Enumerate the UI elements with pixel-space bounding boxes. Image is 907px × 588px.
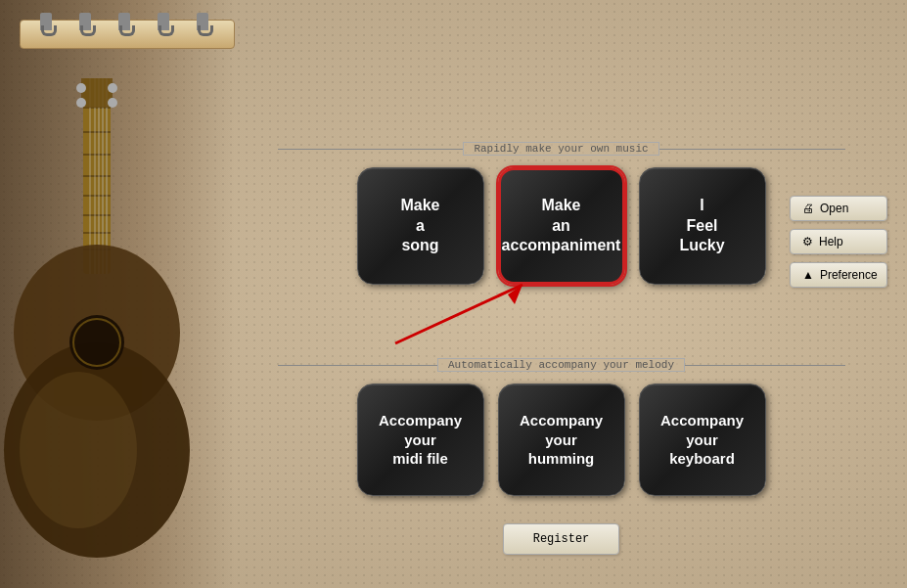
svg-point-19 [20,372,137,528]
sidebar-buttons: 🖨 Open ⚙ Help ▲ Preference [790,196,887,288]
bottom-divider-line-left [278,365,437,366]
hook-2 [79,13,91,30]
make-accompaniment-button[interactable]: Makeanaccompaniment [498,167,625,285]
svg-point-24 [108,83,117,93]
i-feel-lucky-label: IFeelLucky [679,196,724,256]
bottom-divider-line-right [685,365,844,366]
arrow-container [346,294,777,348]
svg-point-25 [76,98,86,108]
help-button[interactable]: ⚙ Help [790,229,887,254]
preference-icon: ▲ [802,268,814,282]
divider-line-right [659,149,845,150]
accompany-keyboard-label: Accompanyyourkeyboard [660,411,744,469]
help-label: Help [819,235,843,249]
accompany-keyboard-button[interactable]: Accompanyyourkeyboard [639,384,766,496]
top-section-label: Rapidly make your own music [463,142,658,156]
svg-point-23 [76,83,86,93]
guitar-decoration [0,0,235,588]
open-icon: 🖨 [802,202,814,215]
hook-4 [158,13,169,30]
main-content: Rapidly make your own music Makeasong Ma… [215,0,907,588]
register-button[interactable]: Register [503,523,620,555]
hook-3 [118,13,130,30]
top-button-row: Makeasong Makeanaccompaniment IFeelLucky [357,167,766,285]
hook-5 [197,13,208,30]
hook-1 [40,13,52,30]
arrow-svg [356,270,650,348]
bottom-section-label: Automatically accompany your melody [437,358,685,372]
accompany-humming-button[interactable]: Accompanyyourhumming [498,384,625,496]
bottom-divider: Automatically accompany your melody [278,358,845,372]
accompany-midi-label: Accompanyyourmidi file [379,411,462,469]
make-a-song-button[interactable]: Makeasong [357,167,484,285]
help-icon: ⚙ [802,235,813,249]
guitar-svg [0,78,205,587]
svg-line-27 [395,285,522,343]
preference-label: Preference [820,268,878,282]
svg-point-17 [69,315,124,370]
hooks-bar [20,20,235,49]
svg-point-26 [108,98,117,108]
bottom-button-row: Accompanyyourmidi file Accompanyyourhumm… [357,384,766,496]
accompany-midi-button[interactable]: Accompanyyourmidi file [357,384,484,496]
preference-button[interactable]: ▲ Preference [790,262,887,288]
i-feel-lucky-button[interactable]: IFeelLucky [639,167,766,285]
open-label: Open [820,202,848,215]
open-button[interactable]: 🖨 Open [790,196,887,221]
make-a-song-label: Makeasong [400,196,439,256]
make-accompaniment-label: Makeanaccompaniment [502,196,621,256]
accompany-humming-label: Accompanyyourhumming [520,411,603,469]
divider-line-left [278,149,464,150]
top-divider: Rapidly make your own music [278,142,845,156]
